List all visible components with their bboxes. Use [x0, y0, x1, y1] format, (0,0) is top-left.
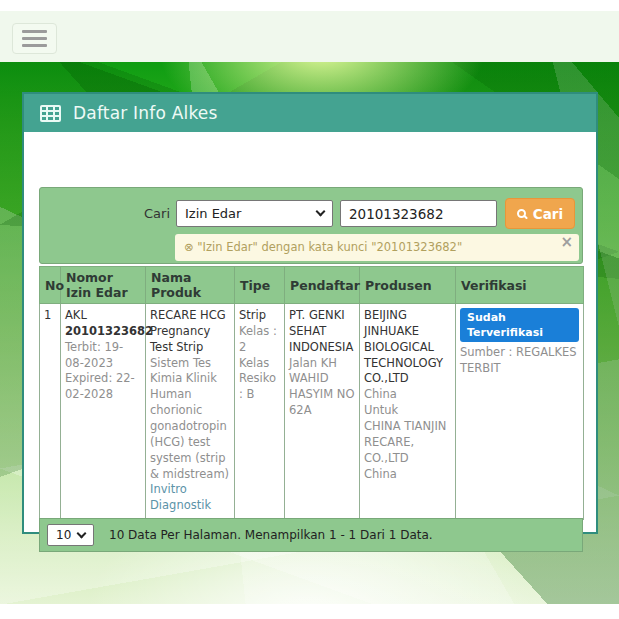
alert-marker-icon: ⊗ — [184, 240, 194, 254]
col-header-no: No — [40, 267, 61, 304]
chevron-down-icon — [77, 528, 87, 538]
pendaftar-alamat: Jalan KH WAHID HASYIM NO 62A — [289, 356, 355, 419]
izin-terbit: Terbit: 19-08-2023 — [65, 340, 141, 372]
cell-nama-produk: RECARE HCG Pregnancy Test Strip Sistem T… — [146, 304, 235, 520]
table-grid-icon — [40, 105, 61, 122]
izin-expired: Expired: 22-02-2028 — [65, 371, 141, 403]
cell-no: 1 — [40, 304, 61, 520]
pendaftar-nama: PT. GENKI SEHAT INDONESIA — [289, 308, 355, 356]
close-icon[interactable]: × — [560, 234, 573, 250]
produk-nama: RECARE HCG Pregnancy Test Strip — [150, 308, 230, 356]
page: Daftar Info Alkes Cari Izin Edar Cari ⊗ — [0, 0, 619, 619]
search-label: Cari — [126, 200, 170, 227]
col-header-produsen: Produsen — [360, 267, 456, 304]
produsen-untuk-nama: CHINA TIANJIN RECARE, CO.,LTD — [364, 419, 451, 467]
col-header-nama-produk: Nama Produk — [146, 267, 235, 304]
menu-button[interactable] — [12, 23, 57, 54]
filter-alert-text: ⊗ "Izin Edar" dengan kata kunci "2010132… — [184, 240, 462, 254]
produsen-nama: BEIJING JINHUAKE BIOLOGICAL TECHNOLOGY C… — [364, 308, 451, 387]
pagination-bar: 10 10 Data Per Halaman. Menampilkan 1 - … — [39, 518, 583, 552]
izin-code-prefix: AKL — [65, 308, 141, 324]
search-type-selected-value: Izin Edar — [185, 206, 241, 221]
cell-produsen: BEIJING JINHUAKE BIOLOGICAL TECHNOLOGY C… — [360, 304, 456, 520]
search-button-label: Cari — [533, 206, 563, 222]
filter-alert: ⊗ "Izin Edar" dengan kata kunci "2010132… — [175, 234, 579, 261]
table-header-row: No Nomor Izin Edar Nama Produk Tipe Pend… — [40, 267, 584, 304]
row-number: 1 — [44, 308, 51, 322]
cell-tipe: Strip Kelas : 2 Kelas Resiko : B — [235, 304, 285, 520]
col-header-verifikasi: Verifikasi — [456, 267, 584, 304]
tipe-kelas: Kelas : 2 — [239, 324, 280, 356]
panel-body: Cari Izin Edar Cari ⊗ "Izin Edar" dengan… — [24, 132, 596, 532]
page-title: Daftar Info Alkes — [73, 103, 218, 123]
produk-jenis: Invitro Diagnostik — [150, 482, 230, 514]
status-badge: Sudah Terverifikasi — [460, 308, 579, 342]
cell-nomor-izin-edar: AKL 20101323682 Terbit: 19-08-2023 Expir… — [61, 304, 146, 520]
produsen-negara: China — [364, 387, 451, 403]
alert-message: "Izin Edar" dengan kata kunci "201013236… — [197, 240, 462, 254]
produsen-untuk: Untuk — [364, 403, 451, 419]
search-input[interactable] — [340, 200, 497, 227]
col-header-nomor-izin-edar: Nomor Izin Edar — [61, 267, 146, 304]
izin-code: 20101323682 — [65, 324, 141, 340]
panel-header: Daftar Info Alkes — [24, 94, 596, 132]
table-row: 1 AKL 20101323682 Terbit: 19-08-2023 Exp… — [40, 304, 584, 520]
pagination-summary: 10 Data Per Halaman. Menampilkan 1 - 1 D… — [109, 528, 433, 542]
search-icon — [517, 209, 526, 218]
verifikasi-sumber: Sumber : REGALKES TERBIT — [460, 345, 579, 377]
cell-pendaftar: PT. GENKI SEHAT INDONESIA Jalan KH WAHID… — [285, 304, 360, 520]
search-type-select[interactable]: Izin Edar — [176, 200, 333, 227]
page-size-value: 10 — [56, 528, 71, 542]
col-header-pendaftar: Pendaftar — [285, 267, 360, 304]
alkes-table: No Nomor Izin Edar Nama Produk Tipe Pend… — [39, 266, 584, 520]
produsen-untuk-negara: China — [364, 467, 451, 483]
top-toolbar — [0, 11, 619, 62]
search-button[interactable]: Cari — [505, 198, 575, 229]
search-filter-box: Cari Izin Edar Cari ⊗ "Izin Edar" dengan… — [39, 187, 583, 264]
chevron-down-icon — [316, 207, 326, 217]
col-header-tipe: Tipe — [235, 267, 285, 304]
produk-deskripsi: Human chorionic gonadotropin (HCG) test … — [150, 387, 230, 482]
produk-kategori: Sistem Tes Kimia Klinik — [150, 356, 230, 388]
cell-verifikasi: Sudah Terverifikasi Sumber : REGALKES TE… — [456, 304, 584, 520]
tipe-kelas-resiko: Kelas Resiko : B — [239, 356, 280, 404]
daftar-info-alkes-panel: Daftar Info Alkes Cari Izin Edar Cari ⊗ — [22, 92, 598, 534]
page-size-select[interactable]: 10 — [47, 524, 94, 546]
tipe-nama: Strip — [239, 308, 280, 324]
